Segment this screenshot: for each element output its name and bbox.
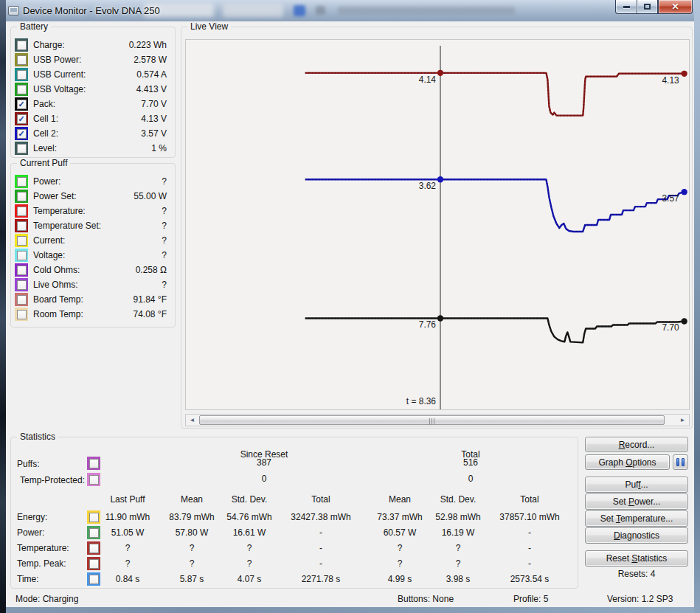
scrollbar-track[interactable]	[198, 415, 676, 426]
checkbox-box	[17, 295, 27, 305]
scroll-right-button[interactable]: ►	[676, 415, 689, 426]
current-puff-groupbox: Current Puff Power:?Power Set:55.00 WTem…	[10, 163, 176, 328]
series-line-cell-1	[305, 73, 685, 116]
battery-value: 1 %	[151, 143, 167, 153]
current-puff-row: Power:?	[15, 174, 171, 189]
stat-row-label: Time:	[17, 574, 39, 584]
current-puff-checkbox[interactable]	[15, 190, 28, 203]
stat-row-checkbox[interactable]	[87, 510, 100, 524]
check-icon: ✓	[17, 129, 27, 139]
counter-label: Temp-Protected:	[20, 475, 85, 485]
current-puff-checkbox[interactable]	[15, 308, 28, 321]
cursor-point-marker	[437, 70, 443, 76]
battery-value: 7.70 V	[141, 99, 167, 109]
stat-cell: 0.84 s	[116, 574, 140, 584]
record-button[interactable]: Record...	[585, 437, 688, 452]
puff-button[interactable]: Puff...	[585, 477, 688, 493]
stat-row-label: Energy:	[17, 512, 47, 522]
scrollbar-thumb[interactable]	[199, 415, 665, 425]
reset-statistics-button[interactable]: Reset Statistics	[585, 550, 688, 567]
current-puff-checkbox[interactable]	[15, 293, 28, 306]
statistics-table: Since ResetTotalPuffs:387516Temp-Protect…	[11, 437, 578, 588]
status-mode: Mode: Charging	[15, 594, 78, 604]
counter-checkbox[interactable]	[87, 473, 100, 486]
client-area: Battery Charge:0.223 WhUSB Power:2.578 W…	[6, 21, 694, 607]
live-graph-plot[interactable]: t = 8.364.144.133.623.577.767.70	[185, 39, 690, 410]
battery-row: USB Current:0.574 A	[15, 67, 171, 82]
battery-row: ✓Pack:7.70 V	[15, 97, 171, 111]
current-puff-checkbox[interactable]	[15, 278, 28, 291]
battery-checkbox[interactable]	[15, 68, 28, 81]
counter-since-reset-value: 387	[257, 457, 271, 468]
current-puff-checkbox[interactable]	[15, 219, 28, 232]
battery-row: Charge:0.223 Wh	[15, 38, 171, 52]
battery-checkbox[interactable]	[15, 53, 28, 66]
stat-column-header: Mean	[389, 494, 411, 505]
graph-options-button[interactable]: Graph Options	[585, 454, 670, 470]
current-puff-value: ?	[162, 206, 167, 216]
device-monitor-window: Device Monitor - Evolv DNA 250 ✕ Battery…	[0, 0, 700, 613]
current-puff-checkbox[interactable]	[15, 234, 28, 247]
current-puff-checkbox[interactable]	[15, 263, 28, 277]
title-bar[interactable]: Device Monitor - Evolv DNA 250	[0, 0, 700, 21]
current-puff-checkbox[interactable]	[15, 249, 28, 262]
stat-cell: 11.90 mWh	[105, 512, 150, 522]
stat-row-checkbox[interactable]	[87, 526, 100, 539]
stat-row-checkbox[interactable]	[87, 557, 100, 570]
checkbox-box	[89, 559, 99, 569]
current-puff-row: Temperature:?	[15, 204, 171, 218]
stat-column-header: Total	[520, 494, 538, 505]
graph-options-button-label: Graph Options	[598, 457, 656, 468]
stat-column-header: Last Puff	[110, 494, 145, 505]
stat-cell: -	[319, 558, 322, 569]
battery-groupbox: Battery Charge:0.223 WhUSB Power:2.578 W…	[10, 27, 176, 158]
battery-label: USB Power:	[33, 55, 134, 65]
stat-cell: ?	[456, 558, 461, 569]
current-puff-checkbox[interactable]	[15, 204, 28, 218]
current-puff-label: Voltage:	[33, 250, 162, 260]
resets-count: Resets: 4	[585, 569, 688, 579]
stat-cell: ?	[190, 543, 195, 553]
stat-cell: 83.79 mWh	[169, 512, 214, 522]
current-puff-checkbox[interactable]	[15, 175, 28, 188]
set-temperature-button[interactable]: Set Temperature...	[585, 510, 688, 527]
battery-row: USB Voltage:4.413 V	[15, 82, 171, 97]
current-puff-value: ?	[162, 176, 167, 187]
current-puff-value: 0.258 Ω	[136, 265, 167, 275]
stat-cell: 3.98 s	[446, 574, 471, 584]
close-button[interactable]: ✕	[658, 0, 693, 14]
stat-column-header: Mean	[181, 494, 203, 505]
current-puff-label: Cold Ohms:	[33, 265, 136, 275]
battery-checkbox[interactable]: ✓	[15, 112, 28, 125]
maximize-button[interactable]	[637, 0, 658, 14]
battery-label: Charge:	[33, 40, 129, 50]
battery-checkbox[interactable]: ✓	[15, 97, 28, 111]
battery-value: 2.578 W	[134, 55, 167, 65]
checkbox-box	[89, 475, 99, 485]
pause-button[interactable]	[673, 454, 688, 470]
battery-checkbox[interactable]: ✓	[15, 127, 28, 140]
diagnostics-button[interactable]: Diagnostics	[585, 527, 688, 544]
checkbox-box	[17, 41, 27, 50]
counter-checkbox[interactable]	[87, 457, 100, 470]
end-value-label: 4.13	[662, 75, 679, 86]
battery-checkbox[interactable]	[15, 38, 28, 52]
background-blur-shape	[338, 7, 515, 15]
counter-total-value: 516	[463, 457, 478, 468]
stat-row-checkbox[interactable]	[87, 572, 100, 586]
counter-since-reset-value: 0	[262, 474, 267, 484]
check-icon: ✓	[17, 114, 27, 124]
current-puff-label: Live Ohms:	[33, 280, 162, 290]
scroll-left-icon: ◄	[190, 417, 195, 423]
checkbox-box	[17, 192, 27, 201]
set-power-button[interactable]: Set Power...	[585, 493, 688, 510]
stat-row-checkbox[interactable]	[87, 541, 100, 555]
battery-checkbox[interactable]	[15, 142, 28, 155]
scroll-left-button[interactable]: ◄	[186, 415, 198, 426]
stat-cell: -	[528, 558, 531, 569]
stat-cell: 57.80 W	[176, 527, 209, 538]
battery-checkbox[interactable]	[15, 83, 28, 96]
status-buttons: Buttons: None	[398, 594, 454, 604]
stat-cell: ?	[456, 543, 461, 553]
minimize-button[interactable]	[615, 0, 637, 14]
